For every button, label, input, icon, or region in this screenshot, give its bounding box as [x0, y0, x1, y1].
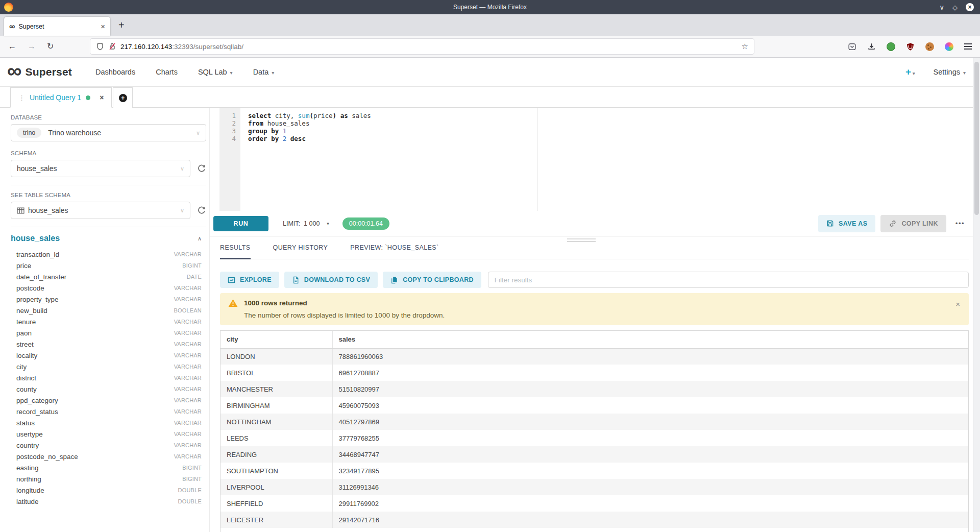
- settings-menu[interactable]: Settings▾: [934, 68, 966, 76]
- limit-dropdown[interactable]: LIMIT: 1 000 ▾: [283, 220, 329, 227]
- schema-value: house_sales: [17, 164, 57, 173]
- nav-dashboards[interactable]: Dashboards: [95, 68, 135, 76]
- schema-column-row[interactable]: property_typeVARCHAR: [11, 294, 206, 305]
- downloads-icon[interactable]: [867, 42, 876, 51]
- pane-resize-handle[interactable]: [567, 238, 596, 244]
- menu-icon[interactable]: [964, 43, 972, 50]
- results-col-header[interactable]: city: [220, 331, 332, 348]
- nav-data[interactable]: Data▾: [253, 68, 275, 76]
- forward-button[interactable]: →: [28, 42, 36, 51]
- schema-column-row[interactable]: northingBIGINT: [11, 473, 206, 485]
- table-cell: 69612708887: [332, 365, 968, 381]
- copy-link-button[interactable]: COPY LINK: [880, 215, 946, 232]
- close-button[interactable]: ×: [966, 3, 974, 11]
- bookmark-star-icon[interactable]: ☆: [742, 42, 748, 51]
- shield-icon[interactable]: [96, 42, 104, 51]
- database-select[interactable]: trino Trino warehouse ∨: [11, 124, 206, 141]
- schema-column-row[interactable]: countryVARCHAR: [11, 440, 206, 451]
- download-csv-button[interactable]: DOWNLOAD TO CSV: [284, 272, 378, 288]
- schema-column-row[interactable]: new_buildBOOLEAN: [11, 305, 206, 316]
- privacy-badger-icon[interactable]: [887, 42, 895, 51]
- refresh-schema-icon[interactable]: [197, 164, 206, 173]
- schema-column-row[interactable]: postcode_no_spaceVARCHAR: [11, 451, 206, 462]
- url-host: 217.160.120.143: [120, 43, 172, 51]
- table-cell: 51510820997: [332, 381, 968, 397]
- column-type: BIGINT: [182, 476, 202, 482]
- table-select[interactable]: house_sales ∨: [11, 202, 190, 219]
- table-row: LEICESTER29142071716: [220, 512, 968, 528]
- column-type: BOOLEAN: [174, 307, 202, 313]
- schema-column-row[interactable]: streetVARCHAR: [11, 338, 206, 350]
- schema-column-row[interactable]: postcodeVARCHAR: [11, 282, 206, 294]
- schema-column-row[interactable]: localityVARCHAR: [11, 350, 206, 361]
- refresh-table-icon[interactable]: [197, 206, 206, 215]
- schema-column-row[interactable]: longitudeDOUBLE: [11, 485, 206, 496]
- insecure-lock-icon[interactable]: [108, 42, 116, 51]
- query-tab-close-icon[interactable]: ×: [100, 93, 104, 102]
- schema-column-row[interactable]: statusVARCHAR: [11, 417, 206, 428]
- line-number: 2: [219, 119, 236, 127]
- tab-query-history[interactable]: QUERY HISTORY: [273, 244, 328, 259]
- results-col-header[interactable]: sales: [332, 331, 968, 348]
- tab-results[interactable]: RESULTS: [220, 244, 251, 259]
- page-scrollbar[interactable]: [973, 58, 980, 532]
- new-item-button[interactable]: +▾: [905, 66, 915, 78]
- column-type: VARCHAR: [174, 431, 202, 437]
- new-tab-button[interactable]: +: [118, 20, 125, 30]
- schema-column-row[interactable]: priceBIGINT: [11, 260, 206, 271]
- schema-column-row[interactable]: cityVARCHAR: [11, 361, 206, 372]
- run-button[interactable]: RUN: [213, 216, 268, 231]
- container-extension-icon[interactable]: [945, 42, 953, 51]
- explore-button[interactable]: EXPLORE: [220, 272, 279, 288]
- pocket-icon[interactable]: [848, 42, 856, 51]
- table-schema-title[interactable]: house_sales: [11, 234, 60, 243]
- schema-column-row[interactable]: latitudeDOUBLE: [11, 496, 206, 507]
- nav-sql-lab[interactable]: SQL Lab▾: [198, 68, 233, 76]
- tab-preview-house-sales[interactable]: PREVIEW: `HOUSE_SALES`: [350, 244, 438, 259]
- filter-results-input[interactable]: [488, 272, 969, 288]
- results-pane: RESULTSQUERY HISTORYPREVIEW: `HOUSE_SALE…: [210, 244, 980, 532]
- table-row: MANCHESTER51510820997: [220, 381, 968, 397]
- schema-column-row[interactable]: districtVARCHAR: [11, 372, 206, 383]
- save-as-button[interactable]: SAVE AS: [818, 215, 875, 232]
- copy-to-clipboard-button[interactable]: COPY TO CLIPBOARD: [383, 272, 481, 288]
- minimize-button[interactable]: ∨: [939, 4, 944, 11]
- maximize-button[interactable]: ◇: [952, 4, 958, 11]
- schema-column-row[interactable]: date_of_transferDATE: [11, 271, 206, 282]
- collapse-icon[interactable]: ∧: [198, 235, 202, 242]
- schema-column-row[interactable]: ppd_categoryVARCHAR: [11, 395, 206, 406]
- sql-editor[interactable]: 1234 select city, sum(price) as salesfro…: [210, 108, 980, 211]
- see-table-schema-label: SEE TABLE SCHEMA: [11, 192, 206, 198]
- table-cell: 45960075093: [332, 397, 968, 414]
- superset-brand[interactable]: ∞ Superset: [7, 65, 72, 79]
- editor-code[interactable]: select city, sum(price) as salesfrom hou…: [240, 108, 980, 211]
- tab-close-icon[interactable]: ×: [101, 22, 105, 31]
- reload-button[interactable]: ↻: [47, 42, 54, 51]
- query-tab-bar: ⋮ Untitled Query 1 × +: [0, 87, 980, 108]
- schema-column-row[interactable]: paonVARCHAR: [11, 327, 206, 338]
- schema-column-row[interactable]: countyVARCHAR: [11, 383, 206, 395]
- query-tab[interactable]: ⋮ Untitled Query 1 ×: [10, 87, 112, 108]
- schema-column-row[interactable]: transaction_idVARCHAR: [11, 249, 206, 260]
- ublock-icon[interactable]: [906, 42, 915, 51]
- url-bar[interactable]: 217.160.120.143:32393/superset/sqllab/ ☆: [90, 38, 754, 55]
- add-query-tab-button[interactable]: +: [113, 87, 133, 108]
- table-row: SHEFFIELD29911769902: [220, 495, 968, 512]
- chevron-down-icon: ▾: [963, 70, 966, 76]
- schema-select[interactable]: house_sales ∨: [11, 160, 190, 177]
- more-options-button[interactable]: •••: [955, 220, 965, 227]
- browser-tab[interactable]: ∞ Superset ×: [4, 17, 110, 36]
- column-name: longitude: [16, 487, 44, 494]
- schema-column-row[interactable]: record_statusVARCHAR: [11, 406, 206, 417]
- column-name: transaction_id: [16, 251, 59, 258]
- chevron-down-icon: ▾: [272, 70, 274, 76]
- scrollbar-thumb[interactable]: [974, 62, 979, 215]
- nav-charts[interactable]: Charts: [156, 68, 178, 76]
- column-name: easting: [16, 464, 39, 472]
- schema-column-row[interactable]: tenureVARCHAR: [11, 316, 206, 327]
- back-button[interactable]: ←: [8, 42, 16, 51]
- schema-column-row[interactable]: eastingBIGINT: [11, 462, 206, 473]
- alert-close-icon[interactable]: ×: [955, 300, 960, 308]
- schema-column-row[interactable]: usertypeVARCHAR: [11, 428, 206, 440]
- cookie-icon[interactable]: [925, 42, 934, 51]
